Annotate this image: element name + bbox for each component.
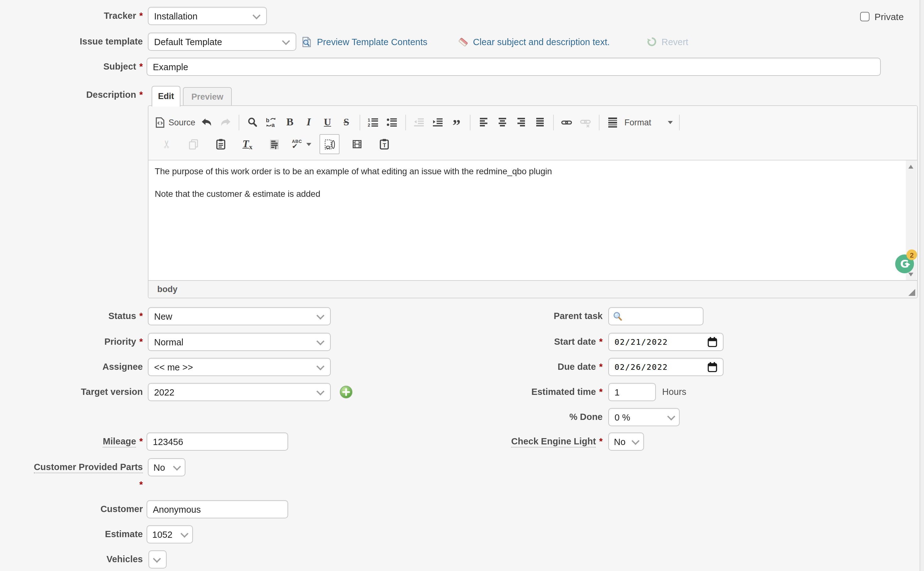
search-magnifier-icon (613, 311, 623, 321)
toolbar-separator (239, 114, 239, 130)
add-version-button[interactable] (340, 386, 353, 399)
check-engine-light-select[interactable]: No (608, 432, 644, 451)
justify-button[interactable] (531, 113, 550, 131)
paste-button[interactable] (211, 135, 230, 153)
description-editor: Source ba B I U S 12 ” (148, 105, 918, 298)
find-icon (248, 117, 257, 127)
link-button[interactable] (557, 113, 576, 131)
editor-status-bar: body (148, 280, 917, 298)
vehicles-select[interactable] (148, 550, 166, 568)
bullet-list-button[interactable] (383, 113, 402, 131)
estimate-select[interactable]: 1052 (146, 525, 193, 543)
status-label: Status* (0, 307, 143, 325)
tab-edit[interactable]: Edit (152, 86, 180, 106)
format-dropdown[interactable]: Format (622, 117, 675, 127)
toolbar-separator (405, 114, 406, 130)
align-right-button[interactable] (512, 113, 531, 131)
status-select[interactable]: New (148, 307, 331, 325)
description-paragraph: Note that the customer & estimate is add… (148, 188, 917, 199)
issue-edit-form: Tracker* Installation Private Issue temp… (0, 0, 924, 571)
priority-select[interactable]: Normal (148, 333, 331, 351)
align-left-icon (479, 118, 489, 127)
tracker-select[interactable]: Installation (148, 7, 267, 25)
strikethrough-button[interactable]: S (337, 113, 356, 131)
redo-icon (220, 117, 231, 127)
calendar-icon[interactable] (707, 362, 718, 372)
bold-button[interactable]: B (281, 113, 299, 131)
undo-button[interactable] (197, 113, 216, 131)
increase-indent-button[interactable] (428, 113, 447, 131)
blockquote-button[interactable]: ” (447, 110, 466, 135)
find-button[interactable] (243, 113, 262, 131)
percent-done-select[interactable]: 0 % (608, 408, 680, 426)
copy-button[interactable] (184, 135, 203, 153)
description-label: Description* (0, 86, 143, 104)
due-date-label: Due date* (376, 358, 603, 376)
percent-done-label: % Done (376, 408, 603, 426)
svg-text:a: a (272, 122, 275, 127)
show-blocks-icon (324, 139, 335, 150)
media-button[interactable] (348, 135, 367, 153)
numbered-list-icon: 12 (368, 117, 379, 127)
decrease-indent-button[interactable] (410, 113, 428, 131)
description-editor-content[interactable]: The purpose of this work order is to be … (148, 160, 917, 281)
decrease-indent-icon (414, 117, 424, 127)
grammarly-widget[interactable]: G 2 (895, 250, 924, 275)
toolbar-separator (470, 114, 470, 130)
chevron-down-icon (631, 437, 639, 444)
clear-subject-description-link[interactable]: Clear subject and description text. (458, 32, 610, 51)
toolbar-separator (360, 114, 360, 130)
page-scrollbar-gutter[interactable] (919, 0, 924, 571)
italic-button[interactable]: I (299, 113, 318, 131)
redo-button[interactable] (216, 113, 235, 131)
align-right-icon (516, 118, 526, 127)
media-icon (352, 139, 362, 149)
line-height-button[interactable] (603, 113, 622, 131)
customer-input[interactable] (146, 500, 288, 519)
align-left-button[interactable] (474, 113, 493, 131)
preview-template-link[interactable]: Preview Template Contents (301, 32, 428, 51)
source-button[interactable]: Source (154, 113, 197, 131)
customer-provided-parts-select[interactable]: No (148, 458, 185, 476)
replace-icon: ba (266, 117, 277, 127)
vehicles-label: Vehicles (0, 550, 143, 568)
select-all-button[interactable] (265, 135, 284, 153)
revert-link[interactable]: Revert (647, 32, 688, 51)
cut-button[interactable]: ✂ (157, 135, 176, 153)
numbered-list-button[interactable]: 12 (364, 113, 383, 131)
private-checkbox[interactable] (860, 12, 870, 21)
estimated-time-input[interactable] (608, 383, 656, 401)
estimated-time-label: Estimated time* (376, 383, 603, 401)
toolbar-separator (599, 114, 599, 130)
parent-task-input[interactable] (608, 307, 704, 325)
target-version-select[interactable]: 2022 (148, 383, 331, 401)
subject-input[interactable] (146, 58, 881, 76)
chevron-down-icon (180, 529, 188, 537)
eraser-icon (458, 36, 468, 47)
calendar-icon[interactable] (707, 336, 718, 347)
resize-handle-icon[interactable] (909, 289, 915, 296)
paste-plain-text-button[interactable]: T (374, 135, 393, 153)
replace-button[interactable]: ba (262, 113, 281, 131)
start-date-input[interactable]: 02/21/2022 (608, 333, 724, 351)
svg-text:1: 1 (368, 117, 371, 122)
svg-text:b: b (266, 117, 270, 123)
subject-label: Subject* (0, 58, 143, 76)
align-center-button[interactable] (493, 113, 512, 131)
mileage-input[interactable] (146, 432, 288, 451)
unlink-button[interactable] (576, 113, 595, 131)
link-icon (562, 117, 572, 128)
underline-button[interactable]: U (318, 113, 337, 131)
show-blocks-button[interactable] (319, 134, 340, 154)
cut-icon: ✂ (160, 140, 173, 149)
chevron-down-icon (282, 37, 290, 45)
target-version-label: Target version (0, 383, 143, 401)
chevron-down-icon (173, 462, 181, 470)
svg-text:2: 2 (368, 122, 371, 127)
spellcheck-button[interactable]: ABC ✔ (292, 139, 302, 150)
assignee-select[interactable]: << me >> (148, 358, 331, 376)
issue-template-select[interactable]: Default Template (148, 32, 296, 51)
remove-format-button[interactable]: Tx (238, 135, 257, 153)
tab-preview[interactable]: Preview (183, 87, 232, 106)
due-date-input[interactable]: 02/26/2022 (608, 358, 724, 376)
